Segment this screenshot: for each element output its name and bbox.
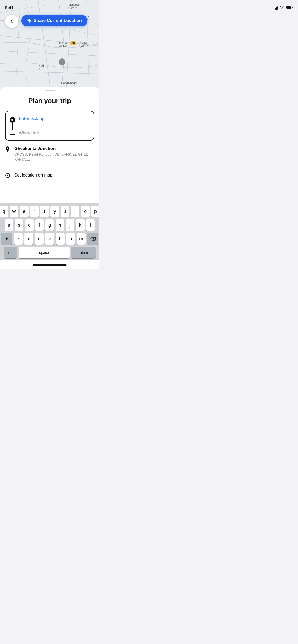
key-b[interactable]: b [56,233,65,245]
key-a[interactable]: a [5,219,13,231]
set-location-item[interactable]: Set location on map [5,167,94,183]
keyboard-row-1: q w e r t y u i o p [1,206,98,217]
key-k[interactable]: k [76,219,85,231]
key-m[interactable]: m [77,233,86,245]
map-label-gandhinagar: Gandhinagar [61,81,77,84]
map-label-prantij: Prantij [79,41,87,44]
map-location-dot [59,58,65,65]
key-u[interactable]: u [61,206,69,217]
key-e[interactable]: e [20,206,29,217]
share-current-location-button[interactable]: Share Current Location [21,15,87,26]
connector-line [12,123,13,130]
key-n[interactable]: n [66,233,75,245]
keyboard-row-2: a s d f g h j k l [1,219,98,231]
back-button[interactable] [5,15,18,28]
suggestion-gheekanta[interactable]: Gheekanta Junction CROSS, Relief Rd, opp… [5,141,94,167]
pickup-icon [10,117,15,123]
key-shift[interactable] [1,233,12,245]
map-label-prantij-gu: પ્રાતિજ [79,44,88,48]
home-bar [33,264,67,266]
key-z[interactable]: z [14,233,23,245]
key-d[interactable]: d [25,219,34,231]
destination-icon [10,130,15,135]
set-location-label: Set location on map [14,173,52,178]
key-v[interactable]: v [45,233,54,245]
pickup-row[interactable] [6,111,94,140]
suggestion-subtitle-gheekanta: CROSS, Relief Rd, opp. IDBI BANK, nr. GH… [14,152,94,162]
status-time: 9:41 [5,5,14,10]
key-p[interactable]: p [91,206,99,217]
route-input-container[interactable] [5,111,94,141]
map-area[interactable]: Visnagar વિસ્નગર Mehsana Himatnagar હિમ\… [0,0,99,92]
bottom-panel: Plan your trip [0,91,99,141]
key-c[interactable]: c [35,233,44,245]
drag-handle-container [0,87,99,91]
set-location-pin-icon [5,173,10,178]
panel-title: Plan your trip [5,91,94,111]
home-indicator [0,260,99,269]
bottom-sheet: Plan your trip [0,87,99,203]
suggestion-list: Gheekanta Junction CROSS, Relief Rd, opp… [0,141,99,183]
map-label-mansa: Mansa [59,41,67,44]
key-numbers[interactable]: 123 [4,247,17,258]
suggestion-text-gheekanta: Gheekanta Junction CROSS, Relief Rd, opp… [14,146,94,162]
key-space[interactable]: space [19,247,70,258]
key-q[interactable]: q [0,206,8,217]
key-g[interactable]: g [45,219,54,231]
key-l[interactable]: l [86,219,95,231]
status-bar: 9:41 [0,0,99,13]
destination-input[interactable] [19,130,90,136]
key-i[interactable]: i [71,206,79,217]
road-badge-68: 68 [70,41,76,45]
keyboard-row-3: z x c v b n m [1,233,98,245]
key-h[interactable]: h [56,219,64,231]
keyboard: q w e r t y u i o p a s d f g h j k l z … [0,203,99,260]
svg-point-14 [7,175,8,176]
key-x[interactable]: x [24,233,33,245]
map-label-kadi-gu: કડી [39,68,43,71]
location-share-icon [27,18,32,23]
key-f[interactable]: f [35,219,44,231]
keyboard-row-4: 123 space return [1,247,98,258]
key-j[interactable]: j [66,219,74,231]
route-icons [10,117,15,135]
key-t[interactable]: t [40,206,49,217]
key-y[interactable]: y [50,206,59,217]
map-label-kadi: Kadi [39,64,44,67]
spacer [0,183,99,203]
key-delete[interactable] [87,233,98,245]
suggestion-title-gheekanta: Gheekanta Junction [14,146,94,151]
key-o[interactable]: o [81,206,90,217]
key-s[interactable]: s [15,219,23,231]
key-w[interactable]: w [10,206,18,217]
map-label-mansa-gu: માનસા [59,44,67,48]
suggestion-pin-icon [5,147,10,152]
key-return[interactable]: return [71,247,96,258]
share-button-label: Share Current Location [34,18,82,23]
pickup-input[interactable] [19,116,90,121]
key-r[interactable]: r [30,206,39,217]
